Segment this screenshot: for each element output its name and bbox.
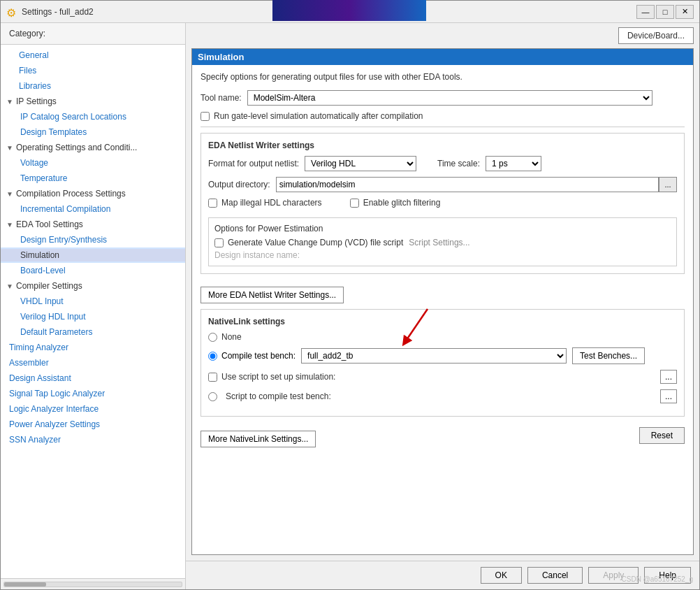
- tree-container: General Files Libraries: [1, 45, 185, 578]
- top-bar: Device/Board...: [186, 23, 699, 48]
- window-controls: — □ ✕: [636, 5, 694, 19]
- none-radio[interactable]: [208, 333, 217, 342]
- sidebar-label-operating: Operating Settings and Conditi...: [16, 143, 137, 152]
- format-select[interactable]: Verilog HDL VHDL: [305, 156, 416, 171]
- compile-row: Compile test bench: full_add2_tb Test Be…: [208, 347, 677, 364]
- sidebar-item-assembler[interactable]: Assembler: [1, 355, 185, 370]
- output-dir-label: Output directory:: [208, 180, 270, 189]
- sidebar-item-design-entry[interactable]: Design Entry/Synthesis: [1, 232, 185, 247]
- sidebar-label-compiler: Compiler Settings: [16, 281, 82, 291]
- none-radio-row: None: [208, 332, 677, 342]
- generate-vcd-checkbox[interactable]: [214, 238, 224, 247]
- sidebar-item-board-level[interactable]: Board-Level: [1, 263, 185, 278]
- sidebar-item-vhdl[interactable]: VHDL Input: [1, 294, 185, 309]
- sidebar-item-ip-settings[interactable]: ▼ IP Settings: [1, 94, 185, 109]
- sidebar-label-vhdl: VHDL Input: [20, 296, 64, 306]
- more-eda-button[interactable]: More EDA Netlist Writer Settings...: [200, 287, 344, 303]
- sidebar-item-temperature[interactable]: Temperature: [1, 171, 185, 186]
- tool-name-select[interactable]: ModelSim-Altera ModelSim VCS Active-HDL: [247, 90, 652, 106]
- run-gate-label: Run gate-level simulation automatically …: [214, 111, 423, 121]
- minimize-button[interactable]: —: [636, 5, 655, 19]
- main-content: Simulation Specify options for generatin…: [191, 48, 694, 555]
- sidebar: Category: General Files: [1, 23, 186, 589]
- sidebar-label-signal-tap: Signal Tap Logic Analyzer: [9, 389, 105, 398]
- script-compile-row: Script to compile test bench: ...: [208, 389, 677, 403]
- sidebar-label-design-assistant: Design Assistant: [9, 373, 71, 383]
- use-script-checkbox[interactable]: [208, 373, 217, 382]
- sidebar-item-incremental[interactable]: Incremental Compilation: [1, 201, 185, 217]
- script-radio[interactable]: [208, 392, 217, 401]
- reset-button[interactable]: Reset: [639, 427, 685, 444]
- expand-icon-eda: ▼: [6, 221, 15, 229]
- right-panel: Device/Board... Simulation Specify optio…: [186, 23, 699, 589]
- scrollbar[interactable]: [1, 578, 185, 589]
- sidebar-item-simulation[interactable]: Simulation: [1, 247, 185, 263]
- sidebar-label-incremental: Incremental Compilation: [20, 204, 110, 214]
- nativelink-section: NativeLink settings None Comp: [200, 309, 685, 417]
- output-dir-input[interactable]: [276, 177, 659, 192]
- use-script-row: Use script to set up simulation: ...: [208, 370, 677, 384]
- sidebar-item-operating-settings[interactable]: ▼ Operating Settings and Conditi...: [1, 140, 185, 155]
- use-script-browse-button[interactable]: ...: [660, 370, 677, 384]
- sidebar-item-compiler-settings[interactable]: ▼ Compiler Settings: [1, 278, 185, 294]
- script-compile-browse-button[interactable]: ...: [660, 389, 677, 403]
- design-instance-row: Design instance name:: [214, 250, 671, 260]
- sidebar-item-design-templates[interactable]: Design Templates: [1, 124, 185, 140]
- map-illegal-checkbox[interactable]: [208, 199, 217, 208]
- compile-radio[interactable]: [208, 352, 217, 361]
- sidebar-item-ip-catalog[interactable]: IP Catalog Search Locations: [1, 109, 185, 124]
- cancel-button[interactable]: Cancel: [527, 567, 583, 584]
- expand-icon-compiler: ▼: [6, 282, 15, 290]
- scroll-thumb: [4, 582, 46, 587]
- bottom-buttons-row: More NativeLink Settings... Reset: [200, 424, 685, 447]
- map-illegal-label: Map illegal HDL characters: [221, 198, 322, 208]
- sidebar-item-design-assistant[interactable]: Design Assistant: [1, 370, 185, 386]
- device-board-button[interactable]: Device/Board...: [618, 27, 694, 44]
- compile-testbench-select[interactable]: full_add2_tb: [301, 348, 567, 364]
- sidebar-label-design-templates: Design Templates: [20, 127, 87, 137]
- settings-window: ⚙ Settings - full_add2 — □ ✕ Category: G…: [0, 0, 700, 590]
- sidebar-item-compilation-process[interactable]: ▼ Compilation Process Settings: [1, 186, 185, 201]
- time-scale-select[interactable]: 1 ps 10 ps 100 ps 1 ns: [486, 156, 541, 171]
- map-illegal-row: Map illegal HDL characters: [208, 198, 322, 208]
- sidebar-item-files[interactable]: Files: [1, 63, 185, 78]
- sidebar-item-power-analyzer[interactable]: Power Analyzer Settings: [1, 417, 185, 432]
- sidebar-item-default-params[interactable]: Default Parameters: [1, 324, 185, 340]
- category-label: Category:: [1, 23, 185, 45]
- expand-icon-ip: ▼: [6, 98, 15, 106]
- sidebar-item-libraries[interactable]: Libraries: [1, 78, 185, 94]
- checkboxes-row: Map illegal HDL characters Enable glitch…: [208, 198, 677, 213]
- eda-netlist-header: EDA Netlist Writer settings: [208, 141, 677, 150]
- browse-button[interactable]: ...: [659, 177, 677, 192]
- sidebar-item-signal-tap[interactable]: Signal Tap Logic Analyzer: [1, 386, 185, 401]
- enable-glitch-checkbox[interactable]: [350, 199, 359, 208]
- sidebar-item-timing[interactable]: Timing Analyzer: [1, 340, 185, 355]
- sidebar-label-design-entry: Design Entry/Synthesis: [20, 235, 107, 245]
- compile-label: Compile test bench:: [221, 351, 296, 361]
- sidebar-item-ssn[interactable]: SSN Analyzer: [1, 432, 185, 447]
- sidebar-item-general[interactable]: General: [1, 48, 185, 63]
- sidebar-item-voltage[interactable]: Voltage: [1, 155, 185, 171]
- test-benches-button[interactable]: Test Benches...: [572, 347, 645, 364]
- close-button[interactable]: ✕: [676, 5, 694, 19]
- sidebar-label-logic-analyzer: Logic Analyzer Interface: [9, 404, 99, 414]
- output-dir-row: Output directory: ...: [208, 177, 677, 192]
- scroll-track: [3, 582, 182, 587]
- ok-button[interactable]: OK: [481, 567, 522, 584]
- enable-glitch-row: Enable glitch filtering: [350, 198, 441, 208]
- sidebar-label-board-level: Board-Level: [20, 266, 66, 275]
- sidebar-item-eda-tool[interactable]: ▼ EDA Tool Settings: [1, 217, 185, 232]
- sidebar-label-files: Files: [19, 66, 36, 75]
- sidebar-label-ip: IP Settings: [16, 96, 57, 106]
- sidebar-item-logic-analyzer[interactable]: Logic Analyzer Interface: [1, 401, 185, 417]
- generate-vcd-label: Generate Value Change Dump (VCD) file sc…: [228, 238, 403, 247]
- sidebar-label-verilog: Verilog HDL Input: [20, 312, 86, 322]
- sidebar-label-ssn: SSN Analyzer: [9, 435, 61, 445]
- section-body: Specify options for generating output fi…: [192, 65, 693, 454]
- sidebar-label-timing: Timing Analyzer: [9, 343, 68, 352]
- sidebar-item-verilog[interactable]: Verilog HDL Input: [1, 309, 185, 324]
- run-gate-checkbox[interactable]: [200, 112, 210, 121]
- more-nativelink-button[interactable]: More NativeLink Settings...: [200, 431, 316, 447]
- script-settings-link[interactable]: Script Settings...: [409, 238, 469, 247]
- restore-button[interactable]: □: [656, 5, 674, 19]
